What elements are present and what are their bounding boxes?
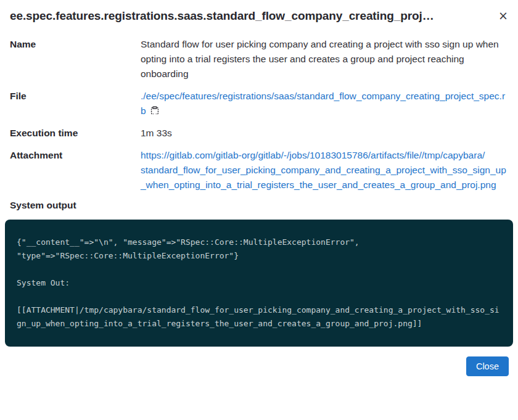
close-icon[interactable]: × — [495, 8, 508, 23]
row-execution-time: Execution time 1m 33s — [10, 126, 508, 141]
row-attachment: Attachment https:/​/​gitlab.com/​gitlab-… — [10, 148, 508, 192]
file-label: File — [10, 89, 141, 118]
test-detail-modal: ee.spec.features.registrations.saas.stan… — [0, 0, 518, 420]
execution-time-label: Execution time — [10, 126, 141, 141]
modal-title: ee.spec.features.registrations.saas.stan… — [10, 8, 495, 23]
attachment-value: https:/​/​gitlab.com/​gitlab-org/​gitlab… — [141, 148, 508, 192]
attachment-link[interactable]: https:/​/​gitlab.com/​gitlab-org/​gitlab… — [141, 150, 506, 190]
system-output-heading: System output — [10, 200, 508, 211]
row-name: Name Standard flow for user picking comp… — [10, 37, 508, 81]
execution-time-value: 1m 33s — [141, 126, 508, 141]
file-value: ./ee/spec/features/registrations/saas/st… — [141, 89, 508, 118]
modal-header: ee.spec.features.registrations.saas.stan… — [0, 0, 518, 23]
copy-to-clipboard-icon[interactable] — [150, 105, 159, 115]
row-file: File ./ee/spec/features/registrations/sa… — [10, 89, 508, 118]
modal-footer: Close — [0, 347, 518, 376]
attachment-label: Attachment — [10, 148, 141, 192]
close-button[interactable]: Close — [466, 356, 509, 376]
system-output-text: {"__content__"=>"\n", "message"=>"RSpec:… — [17, 236, 501, 331]
modal-body: Name Standard flow for user picking comp… — [0, 23, 518, 211]
system-output-console: {"__content__"=>"\n", "message"=>"RSpec:… — [5, 220, 513, 347]
name-value: Standard flow for user picking company a… — [141, 37, 508, 81]
name-label: Name — [10, 37, 141, 81]
file-link[interactable]: ./ee/spec/features/registrations/saas/st… — [141, 91, 505, 116]
